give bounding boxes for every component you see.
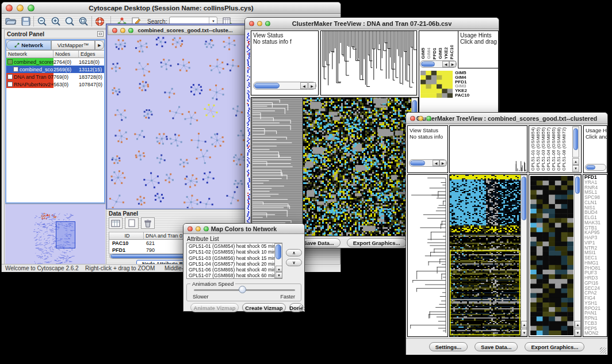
move-up-button[interactable]: ∧ (286, 249, 302, 256)
zoom-window-icon[interactable] (28, 5, 35, 12)
scroll-down-icon[interactable]: ▼ (572, 165, 579, 172)
network-frame-titlebar[interactable]: combined_scores_good.txt--cluste... (108, 25, 248, 35)
minimize-icon[interactable] (418, 116, 423, 121)
zoom-window-icon[interactable] (128, 28, 133, 33)
scrollbar-thumb[interactable] (276, 244, 281, 259)
network-overview[interactable] (5, 204, 105, 268)
column-labels-vscrollbar[interactable] (572, 127, 579, 158)
network-row[interactable]: RNAPuberNov2+ 563(0) 107847(0) (6, 81, 104, 88)
treeview1-titlebar[interactable]: ClusterMaker TreeView : DNA and Tran 07-… (245, 18, 499, 29)
resize-grip[interactable] (299, 305, 305, 312)
minimize-icon[interactable] (120, 28, 125, 33)
overview-viewport-rect[interactable] (56, 221, 75, 248)
close-icon[interactable] (6, 5, 13, 12)
zoom-fit-icon[interactable] (64, 17, 75, 26)
zoom-vscrollbar[interactable]: ▲ ▼ (574, 175, 581, 336)
save-icon[interactable] (21, 17, 30, 26)
animate-vizmap-button[interactable]: Animate Vizmap (190, 303, 239, 312)
trash-icon[interactable] (141, 217, 155, 229)
attribute-item[interactable]: GPL51-04 (GSM857) heat shock 20 min (187, 261, 282, 267)
scroll-right-icon[interactable]: ▶ (439, 160, 446, 166)
new-document-icon[interactable] (125, 217, 139, 229)
scroll-left-icon[interactable]: ◀ (442, 61, 449, 67)
scroll-down-icon[interactable]: ▼ (521, 329, 527, 336)
scrollbar-thumb[interactable] (575, 177, 580, 194)
treeview-action-button[interactable]: Export Graphics... (347, 238, 407, 247)
zoom-hscrollbar[interactable]: ◀ ▶ (420, 60, 457, 68)
minimize-icon[interactable] (17, 5, 24, 12)
close-icon[interactable] (410, 116, 415, 121)
scrollbar-thumb[interactable] (522, 177, 526, 220)
scrollbar-thumb[interactable] (421, 62, 435, 67)
float-panel-icon[interactable] (97, 31, 104, 37)
minimize-icon[interactable] (257, 21, 262, 26)
treeview2-row-dendrogram[interactable] (407, 174, 448, 337)
scroll-left-icon[interactable]: ◀ (433, 160, 439, 166)
treeview1-zoom-heatmap[interactable] (420, 71, 453, 98)
list-vscrollbar[interactable]: ▲ ▼ (274, 243, 282, 278)
view-status-hscrollbar[interactable]: ◀ ▶ (253, 82, 316, 90)
minimize-icon[interactable] (196, 226, 201, 231)
attribute-item[interactable]: GPL51-02 (GSM855) heat shock 10 min (187, 249, 282, 255)
help-lifering-icon[interactable] (95, 17, 105, 26)
close-icon[interactable] (112, 28, 117, 33)
zoom-window-icon[interactable] (265, 21, 270, 26)
treeview1-column-dendrogram[interactable] (320, 30, 417, 95)
network-row[interactable]: combined_scores 2764(0) 16218(0) (6, 58, 104, 66)
open-file-icon[interactable] (5, 17, 17, 26)
treeview2-global-heatmap[interactable]: ▲ ▼ (449, 174, 527, 337)
treeview1-global-heatmap[interactable]: ▲ ▼ (303, 97, 419, 236)
scroll-down-icon[interactable]: ▼ (575, 329, 581, 336)
close-icon[interactable] (188, 226, 193, 231)
network-row[interactable]: DNA and Tran 07 769(0) 183728(0) (6, 73, 104, 81)
attribute-item[interactable]: GPL51-06 (GSM865) heat shock 40 min (187, 267, 282, 273)
scroll-down-icon[interactable]: ▼ (276, 272, 282, 278)
network-row[interactable]: combined_sco 2569(6) 13112(15) (6, 66, 104, 73)
scroll-up-icon[interactable]: ▲ (575, 321, 581, 328)
treeview2-column-dendrogram[interactable] (449, 125, 527, 173)
treeview-action-button[interactable]: Export Graphics... (525, 342, 584, 351)
scroll-up-icon[interactable]: ▲ (276, 266, 282, 272)
gene-label[interactable]: MON2 (583, 331, 607, 336)
create-vizmap-button[interactable]: Create Vizmap (242, 303, 286, 312)
scrollbar-thumb[interactable] (586, 165, 595, 170)
scroll-up-icon[interactable]: ▲ (521, 321, 527, 328)
tab-overflow-arrow[interactable]: ▶ (95, 40, 104, 50)
network-view-canvas[interactable] (108, 35, 248, 208)
view-status-hscrollbar[interactable]: ◀ ▶ (409, 159, 447, 167)
slider-thumb[interactable] (239, 286, 246, 293)
scroll-right-icon[interactable]: ▶ (449, 61, 456, 67)
scroll-right-icon[interactable]: ▶ (308, 82, 316, 89)
scroll-up-icon[interactable]: ▲ (572, 158, 579, 165)
tab-network[interactable]: Network (6, 40, 51, 50)
treeview-action-button[interactable]: Settings... (429, 342, 468, 351)
main-titlebar[interactable]: Cytoscape Desktop (Session Name: collins… (2, 2, 341, 14)
attribute-item[interactable]: GPL51-07 (GSM868) heat shock 60 min (187, 273, 282, 278)
treeview1-usage-hints: Usage Hints Click and drag to (458, 30, 499, 68)
zoom-selected-icon[interactable] (78, 17, 89, 26)
treeview-action-button[interactable]: Save Data... (475, 342, 518, 351)
treeview2-titlebar[interactable]: ClusterMaker TreeView : combined_scores_… (406, 113, 607, 124)
treeview2-gene-list[interactable]: PFD1YRA1RNR4MSL1SPC98CLN1NIS1BUD4ELG1MAK… (583, 174, 607, 337)
move-down-button[interactable]: ∨ (286, 259, 302, 266)
table-grid-icon[interactable] (109, 217, 123, 229)
attribute-listbox[interactable]: GPL51-01 (GSM854) heat shock 05 minGPL51… (186, 243, 282, 279)
zoom-window-icon[interactable] (426, 116, 431, 121)
close-icon[interactable] (249, 21, 254, 26)
scroll-left-icon[interactable]: ◀ (300, 82, 308, 89)
zoom-out-icon[interactable] (37, 17, 47, 26)
usage-hints-hscrollbar[interactable] (585, 164, 606, 171)
zoom-in-icon[interactable] (51, 17, 61, 26)
scrollbar-thumb[interactable] (254, 83, 280, 89)
treeview2-zoom-heatmap[interactable]: ▲ ▼ (529, 174, 582, 337)
scrollbar-thumb[interactable] (573, 128, 578, 150)
dialog-titlebar[interactable]: Map Colors to Network (183, 224, 304, 234)
treeview1-row-dendrogram[interactable] (251, 97, 303, 236)
resize-grip[interactable] (600, 347, 606, 354)
tab-vizmapper[interactable]: VizMapper™ (51, 40, 95, 50)
scrollbar-thumb[interactable] (410, 160, 425, 166)
heatmap-vscrollbar[interactable]: ▲ ▼ (521, 175, 527, 336)
attribute-item[interactable]: GPL51-03 (GSM856) heat shock 15 min (187, 255, 282, 261)
attribute-item[interactable]: GPL51-01 (GSM854) heat shock 05 min (187, 243, 282, 249)
zoom-window-icon[interactable] (204, 226, 209, 231)
